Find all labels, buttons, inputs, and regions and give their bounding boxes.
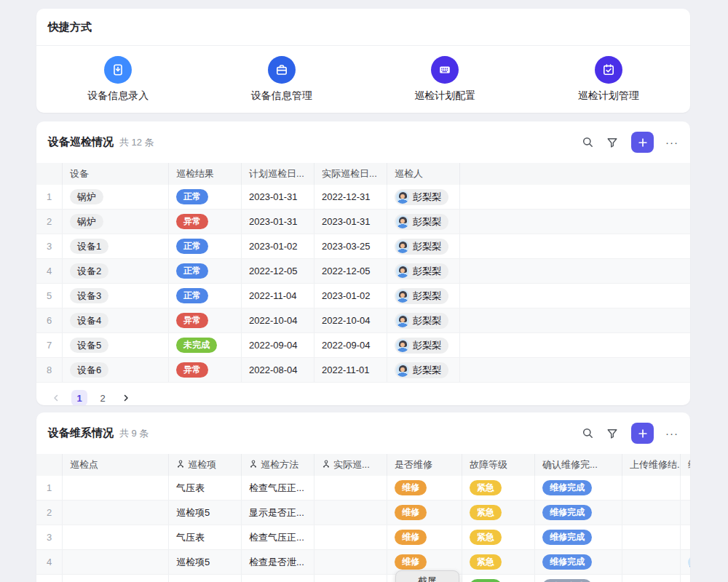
repair-cell[interactable]: 维修 bbox=[387, 501, 462, 525]
inspector-cell[interactable]: 彭梨梨 bbox=[387, 308, 460, 332]
table-row[interactable]: 5巡检项5显示是否正...维修重要维修完成 bbox=[36, 575, 690, 582]
add-record-button[interactable] bbox=[631, 132, 654, 153]
upload-cell[interactable] bbox=[622, 476, 681, 500]
device-cell[interactable]: 锅炉 bbox=[63, 185, 169, 209]
inspector-cell[interactable]: 彭梨梨 bbox=[387, 333, 460, 357]
actual-cell[interactable] bbox=[314, 501, 387, 525]
actual-cell[interactable] bbox=[314, 476, 387, 500]
inspector-cell[interactable]: 彭梨梨 bbox=[387, 284, 460, 308]
point-cell[interactable] bbox=[63, 550, 169, 574]
search-icon[interactable] bbox=[580, 426, 595, 441]
method-cell[interactable]: 检查是否泄... bbox=[242, 550, 314, 574]
actual-cell[interactable] bbox=[314, 525, 387, 549]
item-cell[interactable]: 气压表 bbox=[169, 476, 242, 500]
item-cell[interactable]: 巡检项5 bbox=[169, 575, 242, 582]
confirm-cell[interactable]: 维修完成 bbox=[535, 525, 622, 549]
item-cell[interactable]: 气压表 bbox=[169, 525, 242, 549]
repair-cell[interactable]: 维修 bbox=[387, 525, 462, 549]
planned-date-cell[interactable]: 2023-01-31 bbox=[242, 210, 314, 234]
page-button-1[interactable]: 1 bbox=[71, 390, 87, 405]
table-row[interactable]: 2巡检项5显示是否正...维修紧急维修完成 bbox=[36, 501, 690, 525]
item-cell[interactable]: 巡检项5 bbox=[169, 550, 242, 574]
result-cell[interactable]: 正常 bbox=[169, 259, 242, 283]
level-cell[interactable]: 紧急 bbox=[462, 550, 535, 574]
point-cell[interactable] bbox=[63, 476, 169, 500]
result-cell[interactable]: 异常 bbox=[169, 358, 242, 382]
next-page-icon[interactable] bbox=[118, 390, 134, 405]
result-cell[interactable]: 异常 bbox=[169, 210, 242, 234]
table-row[interactable]: 8设备6异常2022-08-042022-11-01彭梨梨 bbox=[36, 358, 690, 383]
point-cell[interactable] bbox=[63, 525, 169, 549]
result-cell[interactable]: 异常 bbox=[169, 308, 242, 332]
table-row[interactable]: 4设备2正常2022-12-052022-12-05彭梨梨 bbox=[36, 259, 690, 284]
actual-date-cell[interactable]: 2022-10-04 bbox=[314, 308, 387, 332]
device-cell[interactable]: 设备1 bbox=[63, 234, 169, 258]
shortcut-device-manage[interactable]: 设备信息管理 bbox=[200, 46, 364, 113]
repair-cell[interactable]: 维修 bbox=[387, 476, 462, 500]
shortcut-plan-config[interactable]: 巡检计划配置 bbox=[363, 46, 527, 113]
planned-date-cell[interactable]: 2022-09-04 bbox=[242, 333, 314, 357]
table-row[interactable]: 4巡检项5检查是否泄...维修紧急维修完成 bbox=[36, 550, 690, 575]
level-cell[interactable]: 紧急 bbox=[462, 476, 535, 500]
inspector-cell[interactable]: 彭梨梨 bbox=[387, 358, 460, 382]
confirm-cell[interactable]: 维修完成 bbox=[535, 501, 622, 525]
method-cell[interactable]: 检查气压正... bbox=[242, 476, 314, 500]
method-cell[interactable]: 显示是否正... bbox=[242, 501, 314, 525]
maintainer-cell[interactable] bbox=[681, 575, 690, 582]
actual-cell[interactable] bbox=[314, 550, 387, 574]
table-row[interactable]: 5设备3正常2022-11-042023-01-02彭梨梨 bbox=[36, 284, 690, 308]
upload-cell[interactable] bbox=[622, 550, 681, 574]
actual-date-cell[interactable]: 2022-12-31 bbox=[314, 185, 387, 209]
page-button-2[interactable]: 2 bbox=[95, 390, 111, 405]
table-row[interactable]: 7设备5未完成2022-09-042022-09-04彭梨梨 bbox=[36, 333, 690, 358]
result-cell[interactable]: 正常 bbox=[169, 185, 242, 209]
confirm-cell[interactable]: 维修完成 bbox=[535, 550, 622, 574]
level-cell[interactable]: 重要 bbox=[462, 575, 535, 582]
table-row[interactable]: 1锅炉正常2023-01-312022-12-31彭梨梨 bbox=[36, 185, 690, 210]
planned-date-cell[interactable]: 2022-08-04 bbox=[242, 358, 314, 382]
level-cell[interactable]: 紧急 bbox=[462, 501, 535, 525]
confirm-cell[interactable]: 维修完成 bbox=[535, 575, 622, 582]
method-cell[interactable]: 检查气压正... bbox=[242, 525, 314, 549]
search-icon[interactable] bbox=[580, 135, 595, 150]
more-icon[interactable]: ··· bbox=[665, 426, 678, 441]
method-cell[interactable]: 显示是否正... bbox=[242, 575, 314, 582]
filter-icon[interactable] bbox=[605, 135, 620, 150]
item-cell[interactable]: 巡检项5 bbox=[169, 501, 242, 525]
upload-cell[interactable] bbox=[622, 525, 681, 549]
add-record-button[interactable] bbox=[631, 423, 654, 444]
device-cell[interactable]: 锅炉 bbox=[63, 210, 169, 234]
actual-date-cell[interactable]: 2022-12-05 bbox=[314, 259, 387, 283]
table-row[interactable]: 3设备1正常2023-01-022023-03-25彭梨梨 bbox=[36, 234, 690, 259]
planned-date-cell[interactable]: 2022-11-04 bbox=[242, 284, 314, 308]
inspector-cell[interactable]: 彭梨梨 bbox=[387, 185, 460, 209]
inspector-cell[interactable]: 彭梨梨 bbox=[387, 234, 460, 258]
device-cell[interactable]: 设备4 bbox=[63, 308, 169, 332]
maintainer-cell[interactable] bbox=[681, 476, 690, 500]
device-cell[interactable]: 设备3 bbox=[63, 284, 169, 308]
inspector-cell[interactable]: 彭梨梨 bbox=[387, 210, 460, 234]
planned-date-cell[interactable]: 2023-01-02 bbox=[242, 234, 314, 258]
actual-date-cell[interactable]: 2023-01-31 bbox=[314, 210, 387, 234]
table-row[interactable]: 6设备4异常2022-10-042022-10-04彭梨梨 bbox=[36, 308, 690, 333]
actual-date-cell[interactable]: 2023-03-25 bbox=[314, 234, 387, 258]
device-cell[interactable]: 设备6 bbox=[63, 358, 169, 382]
prev-page-icon[interactable] bbox=[48, 390, 64, 405]
maintainer-cell[interactable] bbox=[681, 501, 690, 525]
actual-date-cell[interactable]: 2022-11-01 bbox=[314, 358, 387, 382]
planned-date-cell[interactable]: 2022-10-04 bbox=[242, 308, 314, 332]
confirm-cell[interactable]: 维修完成 bbox=[535, 476, 622, 500]
table-row[interactable]: 1气压表检查气压正...维修紧急维修完成 bbox=[36, 476, 690, 501]
shortcut-device-entry[interactable]: 设备信息录入 bbox=[36, 46, 200, 113]
maintainer-cell[interactable] bbox=[681, 550, 690, 574]
device-cell[interactable]: 设备5 bbox=[63, 333, 169, 357]
device-cell[interactable]: 设备2 bbox=[63, 259, 169, 283]
table-row[interactable]: 2锅炉异常2023-01-312023-01-31彭梨梨 bbox=[36, 210, 690, 234]
screenshot-tooltip[interactable]: 截屏 bbox=[395, 570, 459, 582]
planned-date-cell[interactable]: 2023-01-31 bbox=[242, 185, 314, 209]
result-cell[interactable]: 正常 bbox=[169, 284, 242, 308]
upload-cell[interactable] bbox=[622, 501, 681, 525]
maintainer-cell[interactable] bbox=[681, 525, 690, 549]
actual-date-cell[interactable]: 2022-09-04 bbox=[314, 333, 387, 357]
upload-cell[interactable] bbox=[622, 575, 681, 582]
